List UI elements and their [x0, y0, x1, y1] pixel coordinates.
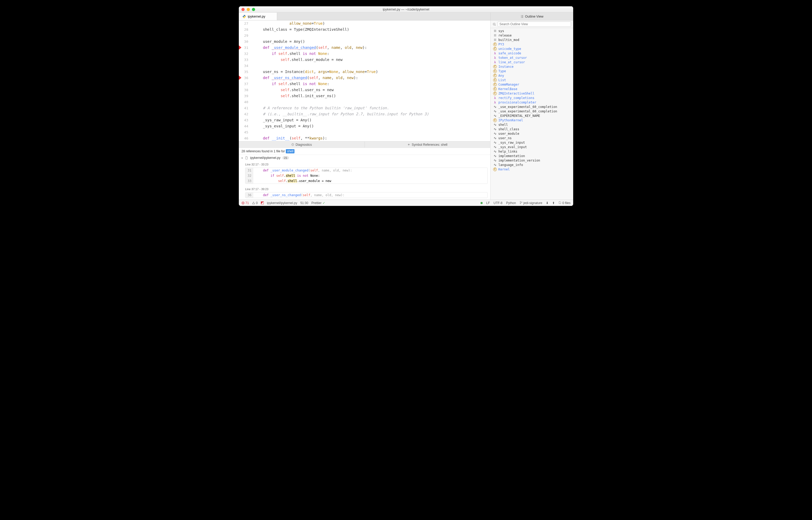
line-number[interactable]: 30	[239, 38, 252, 45]
line-number[interactable]: 31	[239, 45, 252, 51]
editor-line[interactable]: 40	[239, 99, 490, 105]
outline-item[interactable]: Any	[491, 73, 573, 78]
outline-item[interactable]: shell_class	[491, 127, 573, 131]
line-content[interactable]: self.shell.init_user_ns()	[252, 93, 336, 99]
outline-panel-title[interactable]: Outline View	[490, 12, 573, 20]
outline-item[interactable]: Type	[491, 69, 573, 73]
line-content[interactable]: def _user_module_changed(self, name, old…	[252, 45, 367, 51]
status-prettier[interactable]: Prettier ✓	[311, 201, 325, 205]
editor-line[interactable]: 31 def _user_module_changed(self, name, …	[239, 45, 490, 51]
reference-block[interactable]: Line 32:17 - 33:2331 def _user_module_ch…	[239, 161, 490, 185]
outline-item[interactable]: user_module	[491, 131, 573, 136]
line-content[interactable]: if self.shell is not None:	[252, 51, 329, 57]
status-errors[interactable]: 71	[242, 201, 249, 205]
editor-line[interactable]: 44 _sys_eval_input = Any()	[239, 123, 490, 129]
reference-line[interactable]: 31 def _user_module_changed(self, name, …	[245, 168, 487, 173]
outline-item[interactable]: implementation_version	[491, 158, 573, 162]
line-number[interactable]: 28	[239, 27, 252, 32]
line-content[interactable]: def __init__(self, **kwargs):	[252, 135, 327, 141]
line-number[interactable]: 39	[239, 93, 252, 99]
line-content[interactable]: def _user_ns_changed(self, name, old, ne…	[252, 75, 358, 81]
outline-item[interactable]: _EXPERIMENTAL_KEY_NAME	[491, 113, 573, 118]
line-number[interactable]: 46	[239, 135, 252, 141]
line-content[interactable]: # A reference to the Python builtin 'raw…	[252, 105, 389, 111]
status-file-path[interactable]: ipykernel/ipykernel.py	[267, 201, 297, 205]
reference-line[interactable]: 33 self.shell.user_module = new	[245, 178, 487, 184]
line-number[interactable]: 43	[239, 117, 252, 123]
line-number[interactable]: 36	[239, 75, 252, 81]
status-line-ending[interactable]: LF	[486, 201, 490, 205]
line-number[interactable]: 29	[239, 32, 252, 38]
line-number[interactable]: 41	[239, 105, 252, 111]
line-content[interactable]: shell_class = Type(ZMQInteractiveShell)	[252, 27, 349, 32]
outline-item[interactable]: help_links	[491, 149, 573, 154]
line-number[interactable]: 40	[239, 99, 252, 105]
outline-item[interactable]: _sys_raw_input	[491, 140, 573, 145]
minimize-window-button[interactable]	[247, 8, 250, 11]
editor-line[interactable]: 37 if self.shell is not None:	[239, 81, 490, 87]
outline-item[interactable]: token_at_cursor	[491, 55, 573, 60]
outline-item[interactable]: _use_experimental_60_completion	[491, 109, 573, 113]
status-language[interactable]: Python	[506, 201, 516, 205]
status-encoding[interactable]: UTF-8	[494, 201, 503, 205]
reference-line[interactable]: 32 if self.shell is not None:	[245, 173, 487, 178]
line-content[interactable]: allow_none=True)	[252, 21, 325, 27]
reference-code-preview[interactable]: 31 def _user_module_changed(self, name, …	[245, 167, 487, 184]
editor-line[interactable]: 27 allow_none=True)	[239, 21, 490, 27]
outline-item[interactable]: builtin_mod	[491, 37, 573, 42]
line-number[interactable]: 38	[239, 87, 252, 93]
editor-line[interactable]: 29	[239, 32, 490, 38]
outline-item[interactable]: Instance	[491, 64, 573, 69]
editor-line[interactable]: 42 # (i.e., __builtin__.raw_input for Py…	[239, 111, 490, 117]
editor-line[interactable]: 30 user_module = Any()	[239, 38, 490, 45]
line-content[interactable]: if self.shell is not None:	[252, 81, 329, 87]
status-cursor-position[interactable]: 51:30	[300, 201, 308, 205]
outline-item[interactable]: KernelBase	[491, 87, 573, 91]
line-content[interactable]: # (i.e., __builtin__.raw_input for Pytho…	[252, 111, 429, 117]
reference-block[interactable]: Line 37:17 - 39:2336 def _user_ns_change…	[239, 185, 490, 200]
line-number[interactable]: 45	[239, 129, 252, 135]
code-editor[interactable]: 27 allow_none=True)28 shell_class = Type…	[239, 21, 490, 141]
zoom-window-button[interactable]	[252, 8, 255, 11]
line-content[interactable]: user_module = Any()	[252, 38, 305, 45]
arrow-up-icon[interactable]: ⬆	[552, 201, 555, 205]
outline-item[interactable]: IPythonKernel	[491, 118, 573, 122]
editor-line[interactable]: 39 self.shell.init_user_ns()	[239, 93, 490, 99]
outline-item[interactable]: line_at_cursor	[491, 60, 573, 64]
close-window-button[interactable]	[242, 8, 245, 11]
outline-item[interactable]: implementation	[491, 154, 573, 158]
tab-symbol-references[interactable]: Symbol References: shell	[365, 141, 491, 148]
editor-line[interactable]: 34	[239, 63, 490, 69]
outline-item[interactable]: sys	[491, 29, 573, 33]
line-number[interactable]: 27	[239, 21, 252, 27]
reference-code-preview[interactable]: 36 def _user_ns_changed(self, name, old,…	[245, 192, 487, 198]
line-content[interactable]: user_ns = Instance(dict, args=None, allo…	[252, 69, 378, 75]
line-content[interactable]: _sys_raw_input = Any()	[252, 117, 311, 123]
titlebar[interactable]: ipykernel.py — ~/code/ipykernel	[239, 6, 573, 12]
editor-line[interactable]: 36 def _user_ns_changed(self, name, old,…	[239, 75, 490, 81]
outline-item[interactable]: CommManager	[491, 82, 573, 87]
editor-line[interactable]: 32 if self.shell is not None:	[239, 51, 490, 57]
outline-item[interactable]: unicode_type	[491, 47, 573, 51]
outline-list[interactable]: sysreleasebuiltin_modPY3unicode_typesafe…	[491, 28, 573, 200]
outline-item[interactable]: _use_experimental_60_completion	[491, 105, 573, 109]
editor-tab[interactable]: ipykernel.py	[239, 12, 277, 20]
status-files[interactable]: 0 files	[558, 201, 570, 205]
status-warnings[interactable]: 0	[252, 201, 258, 205]
line-number[interactable]: 32	[239, 51, 252, 57]
line-number[interactable]: 44	[239, 123, 252, 129]
outline-item[interactable]: language_info	[491, 162, 573, 167]
outline-item[interactable]: rectify_completions	[491, 96, 573, 100]
outline-item[interactable]: List	[491, 78, 573, 82]
outline-item[interactable]: shell	[491, 122, 573, 127]
outline-item[interactable]: safe_unicode	[491, 51, 573, 55]
line-number[interactable]: 35	[239, 69, 252, 75]
line-content[interactable]: self.shell.user_ns = new	[252, 87, 334, 93]
line-number[interactable]: 34	[239, 63, 252, 69]
editor-line[interactable]: 45	[239, 129, 490, 135]
status-connection-indicator[interactable]	[480, 202, 483, 204]
editor-line[interactable]: 38 self.shell.user_ns = new	[239, 87, 490, 93]
reference-line[interactable]: 36 def _user_ns_changed(self, name, old,…	[245, 192, 487, 198]
line-number[interactable]: 37	[239, 81, 252, 87]
editor-line[interactable]: 43 _sys_raw_input = Any()	[239, 117, 490, 123]
